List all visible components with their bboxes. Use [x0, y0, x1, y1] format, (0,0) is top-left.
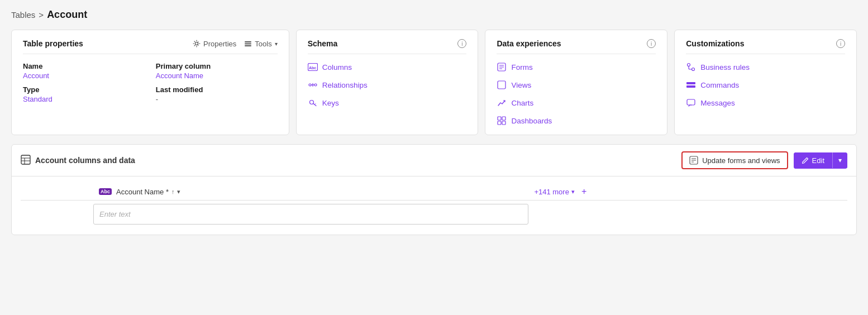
breadcrumb-separator: >	[39, 10, 44, 20]
table-properties-title: Table properties	[23, 39, 83, 48]
table-props-grid: Name Account Primary column Account Name…	[23, 62, 278, 103]
update-forms-label: Update forms and views	[702, 156, 780, 165]
column-chevron-icon[interactable]: ▾	[177, 188, 180, 195]
row-number-header	[21, 183, 93, 201]
tools-chevron-icon: ▾	[275, 41, 278, 47]
relationships-label: Relationships	[322, 81, 368, 89]
account-name-header-content: Abc Account Name * ↑ ▾	[99, 188, 523, 196]
schema-link-relationships[interactable]: Relationships	[308, 80, 467, 90]
relationships-icon	[308, 80, 318, 90]
breadcrumb-current: Account	[47, 9, 87, 21]
primary-column-label: Primary column	[156, 62, 278, 70]
commands-label: Commands	[700, 81, 739, 89]
messages-label: Messages	[700, 99, 735, 107]
table-properties-card: Table properties Properties	[11, 30, 289, 135]
column-header-row: Abc Account Name * ↑ ▾ +141 more ▾ +	[21, 183, 847, 201]
table-properties-actions: Properties Tools ▾	[193, 40, 278, 48]
schema-info-icon: i	[457, 39, 466, 48]
messages-icon	[686, 98, 696, 108]
enter-text-input: Enter text	[93, 204, 528, 225]
sort-asc-icon[interactable]: ↑	[171, 188, 175, 195]
forms-label: Forms	[511, 63, 532, 71]
more-columns-header[interactable]: +141 more ▾ +	[528, 183, 847, 201]
type-value[interactable]: Standard	[23, 95, 145, 103]
tools-icon	[244, 40, 252, 47]
update-forms-icon	[689, 156, 698, 165]
account-data-table: Abc Account Name * ↑ ▾ +141 more ▾ +	[21, 183, 847, 228]
data-experiences-info-icon: i	[647, 39, 656, 48]
data-experiences-links: Forms Views	[497, 62, 656, 126]
add-column-button[interactable]: +	[577, 187, 591, 197]
properties-label: Properties	[203, 40, 236, 48]
account-data-header: Account columns and data Update forms an…	[12, 145, 856, 176]
schema-title: Schema	[308, 39, 338, 48]
svg-rect-3	[245, 45, 251, 46]
properties-button[interactable]: Properties	[193, 40, 236, 48]
more-columns-chevron-icon: ▾	[571, 188, 575, 195]
data-exp-link-charts[interactable]: Charts	[497, 98, 656, 108]
account-data-title: Account columns and data	[35, 156, 135, 165]
customizations-links: Business rules Commands	[686, 62, 845, 108]
svg-rect-18	[498, 121, 501, 125]
dashboards-label: Dashboards	[511, 117, 552, 125]
customizations-title: Customizations	[686, 39, 744, 48]
data-exp-link-dashboards[interactable]: Dashboards	[497, 116, 656, 126]
svg-rect-24	[687, 99, 695, 105]
account-name-header[interactable]: Abc Account Name * ↑ ▾	[93, 183, 528, 201]
svg-point-6	[309, 84, 311, 86]
svg-point-20	[688, 64, 690, 66]
custom-link-business-rules[interactable]: Business rules	[686, 62, 845, 72]
columns-label: Columns	[322, 63, 352, 71]
row-number-cell	[21, 201, 93, 228]
name-value[interactable]: Account	[23, 71, 145, 80]
custom-link-messages[interactable]: Messages	[686, 98, 845, 108]
data-exp-link-views[interactable]: Views	[497, 80, 656, 90]
more-columns-content: +141 more ▾ +	[534, 187, 842, 197]
edit-button[interactable]: Edit	[794, 152, 832, 169]
primary-column-value[interactable]: Account Name	[156, 71, 278, 80]
last-modified-value: -	[156, 95, 278, 103]
custom-link-commands[interactable]: Commands	[686, 80, 845, 90]
data-exp-link-forms[interactable]: Forms	[497, 62, 656, 72]
data-experiences-title: Data experiences	[497, 39, 561, 48]
charts-label: Charts	[511, 99, 533, 107]
empty-more-cell	[528, 201, 847, 228]
account-data-section: Account columns and data Update forms an…	[11, 144, 857, 235]
name-prop: Name Account	[23, 62, 145, 80]
svg-rect-22	[686, 82, 695, 84]
svg-rect-19	[502, 121, 505, 125]
enter-text-cell[interactable]: Enter text	[93, 201, 528, 228]
keys-icon	[308, 98, 318, 108]
account-name-column-label: Account Name *	[116, 188, 169, 196]
schema-link-keys[interactable]: Keys	[308, 98, 467, 108]
abc-badge: Abc	[99, 188, 112, 195]
pencil-icon	[802, 157, 809, 164]
more-columns-label: +141 more	[534, 188, 569, 196]
update-forms-button[interactable]: Update forms and views	[681, 151, 788, 169]
svg-text:Abc: Abc	[309, 66, 316, 70]
account-data-actions: Update forms and views Edit ▾	[681, 151, 847, 169]
forms-icon	[497, 62, 507, 72]
commands-icon	[686, 80, 696, 90]
name-label: Name	[23, 62, 145, 70]
svg-rect-25	[21, 155, 30, 164]
edit-dropdown-button[interactable]: ▾	[833, 152, 847, 168]
tools-label: Tools	[255, 40, 271, 48]
last-modified-prop: Last modified -	[156, 85, 278, 103]
schema-card-header: Schema i	[308, 39, 467, 54]
business-rules-icon	[686, 62, 696, 72]
primary-column-prop: Primary column Account Name	[156, 62, 278, 80]
svg-rect-23	[686, 85, 695, 88]
account-data-title-group: Account columns and data	[21, 155, 135, 166]
edit-label: Edit	[812, 156, 824, 165]
cards-row: Table properties Properties	[11, 30, 857, 135]
schema-link-columns[interactable]: Abc Columns	[308, 62, 467, 72]
breadcrumb-tables[interactable]: Tables	[11, 10, 35, 20]
data-experiences-card: Data experiences i Forms	[485, 30, 667, 135]
edit-button-group: Edit ▾	[794, 152, 847, 169]
table-row: Enter text	[21, 201, 847, 228]
schema-links: Abc Columns Relations	[308, 62, 467, 108]
type-prop: Type Standard	[23, 85, 145, 103]
keys-label: Keys	[322, 99, 339, 107]
tools-button[interactable]: Tools ▾	[244, 40, 277, 48]
